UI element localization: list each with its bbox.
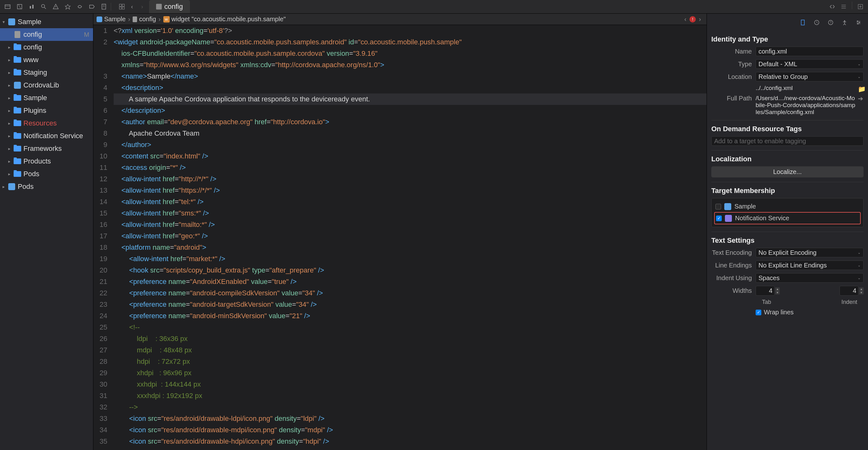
nav-item-resources[interactable]: ▸Resources — [0, 117, 93, 130]
target-name: Sample — [735, 203, 756, 210]
nav-item-staging[interactable]: ▸Staging — [0, 66, 93, 79]
svg-rect-5 — [32, 5, 34, 8]
svg-marker-11 — [90, 5, 94, 8]
nav-find-icon[interactable] — [39, 2, 49, 12]
ondemand-tags-field[interactable]: Add to a target to enable tagging — [711, 136, 864, 146]
textsettings-section-title: Text Settings — [711, 236, 864, 245]
fullpath-value: /Users/d…/new-cordova/Acoustic-Mobile-Pu… — [755, 95, 856, 116]
line-gutter: 1234567891011121314151617181920212223242… — [93, 25, 111, 450]
nav-item-cordovalib[interactable]: ▸CordovaLib — [0, 79, 93, 91]
svg-point-6 — [41, 4, 44, 8]
encoding-select[interactable]: No Explicit Encoding⌄ — [755, 248, 864, 257]
breadcrumb-bar[interactable]: Sample › config › wwidget "co.acoustic.m… — [93, 13, 707, 25]
svg-rect-18 — [122, 7, 124, 9]
location-select[interactable]: Relative to Group⌄ — [755, 72, 864, 81]
indent-width-stepper[interactable]: 4 ▲▼ — [839, 286, 864, 296]
ondemand-section-title: On Demand Resource Tags — [711, 125, 864, 133]
error-badge[interactable]: ! — [689, 16, 696, 23]
indent-using-label: Indent Using — [711, 275, 755, 282]
file-inspector: ? Identity and Type Name config.xml Type… — [707, 13, 868, 450]
review-icon[interactable] — [827, 2, 837, 12]
target-sample[interactable]: Sample — [714, 201, 861, 212]
nav-item-products[interactable]: ▸Products — [0, 155, 93, 168]
svg-line-3 — [18, 4, 21, 9]
settings-inspector-tab[interactable] — [854, 18, 864, 28]
target-checkbox[interactable]: ✓ — [716, 216, 722, 221]
history-inspector-tab[interactable] — [812, 18, 822, 28]
type-select[interactable]: Default - XML⌄ — [755, 59, 864, 69]
svg-rect-16 — [122, 4, 124, 6]
svg-text:?: ? — [830, 21, 832, 24]
reveal-in-finder-icon[interactable]: ➔ — [858, 95, 864, 101]
add-editor-icon[interactable] — [855, 2, 865, 12]
svg-rect-4 — [30, 6, 31, 8]
code-editor[interactable]: 1234567891011121314151617181920212223242… — [93, 25, 707, 450]
nav-issue-icon[interactable] — [51, 2, 61, 12]
next-issue-button[interactable]: › — [696, 16, 703, 23]
svg-line-7 — [44, 7, 46, 9]
breadcrumb-item[interactable]: wwidget "co.acoustic.mobile.push.sample" — [163, 16, 286, 23]
svg-rect-25 — [801, 20, 804, 25]
nav-source-icon[interactable] — [14, 2, 25, 12]
target-checkbox[interactable] — [715, 204, 721, 209]
nav-test-icon[interactable] — [63, 2, 73, 12]
nav-root-pods[interactable]: ▸Pods — [0, 180, 93, 193]
location-label: Location — [711, 73, 755, 81]
tab-width-stepper[interactable]: 4 ▲▼ — [755, 286, 780, 296]
widths-label: Widths — [711, 287, 755, 294]
prev-issue-button[interactable]: ‹ — [682, 16, 689, 23]
nav-debug-icon[interactable] — [75, 2, 85, 12]
target-notification-service[interactable]: ✓Notification Service — [714, 212, 861, 224]
nav-breakpoint-icon[interactable] — [87, 2, 97, 12]
wrap-lines-checkbox[interactable]: ✓ — [755, 310, 761, 315]
editor-tab-config[interactable]: config — [149, 0, 190, 13]
adjust-editor-icon[interactable] — [839, 2, 849, 12]
svg-point-34 — [859, 22, 860, 23]
target-icon — [724, 203, 731, 210]
nav-item-pods[interactable]: ▸Pods — [0, 168, 93, 180]
breadcrumb-item[interactable]: Sample — [97, 16, 126, 23]
forward-button[interactable]: › — [137, 2, 147, 12]
indent-using-select[interactable]: Spaces⌄ — [755, 273, 864, 283]
target-icon — [725, 215, 732, 222]
nav-project-icon[interactable] — [3, 2, 13, 12]
name-field[interactable]: config.xml — [755, 47, 864, 56]
back-button[interactable]: ‹ — [127, 2, 137, 12]
element-badge-icon: w — [163, 16, 170, 23]
svg-rect-15 — [119, 4, 122, 6]
nav-item-sample[interactable]: ▸Sample — [0, 91, 93, 104]
nav-report-icon[interactable] — [99, 2, 109, 12]
file-inspector-tab[interactable] — [798, 18, 808, 28]
svg-point-35 — [857, 23, 859, 24]
project-navigator: ▾SampleconfigM▸config▸www▸Staging▸Cordov… — [0, 13, 93, 450]
nav-item-config[interactable]: ▸config — [0, 41, 93, 54]
nav-item-notification-service[interactable]: ▸Notification Service — [0, 130, 93, 142]
svg-point-29 — [844, 20, 845, 22]
localization-section-title: Localization — [711, 155, 864, 163]
type-label: Type — [711, 60, 755, 68]
project-icon — [97, 17, 102, 22]
breadcrumb-item[interactable]: config — [133, 16, 156, 23]
nav-item-plugins[interactable]: ▸Plugins — [0, 104, 93, 117]
help-inspector-tab[interactable]: ? — [826, 18, 836, 28]
target-section-title: Target Membership — [711, 187, 864, 195]
nav-item-frameworks[interactable]: ▸Frameworks — [0, 142, 93, 155]
endings-select[interactable]: No Explicit Line Endings⌄ — [755, 260, 864, 270]
fullpath-label: Full Path — [711, 95, 755, 102]
svg-rect-0 — [5, 5, 10, 8]
choose-path-icon[interactable]: 📁 — [858, 85, 864, 91]
file-icon — [156, 4, 162, 9]
localize-button[interactable]: Localize... — [711, 166, 864, 177]
nav-item-config[interactable]: configM — [0, 28, 93, 41]
editor-grid-icon[interactable] — [117, 2, 127, 12]
file-icon — [133, 17, 137, 22]
encoding-label: Text Encoding — [711, 249, 755, 256]
accessibility-inspector-tab[interactable] — [839, 18, 850, 28]
editor-pane: Sample › config › wwidget "co.acoustic.m… — [93, 13, 707, 450]
svg-rect-17 — [119, 7, 122, 9]
nav-item-www[interactable]: ▸www — [0, 54, 93, 66]
nav-root-sample[interactable]: ▾Sample — [0, 16, 93, 28]
target-membership-list: Sample✓Notification Service — [711, 198, 864, 227]
nav-symbol-icon[interactable] — [27, 2, 37, 12]
tab-label: config — [164, 3, 183, 11]
